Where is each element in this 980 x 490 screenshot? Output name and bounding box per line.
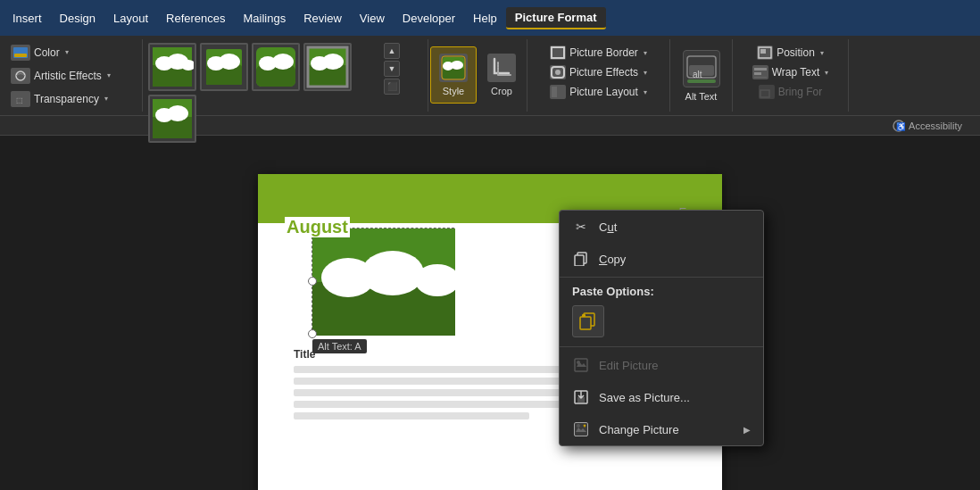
svg-rect-43 (754, 68, 767, 71)
wrap-text-icon (752, 65, 768, 79)
context-menu: ✂ Cut Copy Paste Options: (559, 210, 764, 446)
context-menu-change-picture[interactable]: Change Picture ▶ (560, 413, 763, 445)
svg-rect-40 (687, 79, 716, 83)
context-menu-save-as-picture[interactable]: Save as Picture... (560, 381, 763, 413)
svg-rect-44 (754, 72, 761, 75)
crop-label: Crop (491, 86, 512, 96)
picture-border-button[interactable]: Picture Border ▾ (546, 43, 651, 62)
transparency-button[interactable]: ⬚ Transparency ▾ (7, 89, 135, 109)
style-thumb-4[interactable] (303, 43, 352, 91)
style-scroll-buttons: ▲ ▼ ⬛ (384, 43, 400, 95)
context-menu-copy[interactable]: Copy (560, 243, 763, 275)
svg-rect-35 (552, 87, 557, 97)
artistic-effects-dropdown-arrow: ▾ (107, 71, 111, 79)
copy-icon (572, 250, 590, 268)
svg-point-66 (577, 424, 580, 428)
svg-rect-1 (14, 54, 27, 57)
style-icon (439, 54, 468, 82)
menu-item-help[interactable]: Help (464, 8, 506, 29)
paste-options-header: Paste Options: (560, 279, 763, 302)
color-button[interactable]: Color ▾ (7, 43, 135, 62)
menu-item-insert[interactable]: Insert (4, 8, 51, 29)
style-thumb-3[interactable] (252, 43, 300, 91)
artistic-effects-button[interactable]: Artistic Effects ▾ (7, 66, 135, 86)
svg-point-61 (577, 361, 580, 364)
menu-item-references[interactable]: References (157, 8, 234, 29)
picture-effects-dropdown-arrow: ▾ (644, 69, 647, 77)
svg-rect-45 (754, 77, 767, 78)
menu-item-layout[interactable]: Layout (104, 8, 157, 29)
change-picture-submenu-arrow: ▶ (743, 425, 751, 435)
style-scroll-more[interactable]: ⬛ (384, 79, 400, 95)
selected-picture[interactable]: Alt Text: A (311, 228, 454, 335)
svg-point-21 (322, 54, 344, 70)
position-button[interactable]: Position ▾ (753, 43, 827, 62)
crop-button[interactable]: Crop (478, 46, 525, 104)
ribbon-group-arrange: Position ▾ Wrap Text ▾ Bring For (733, 39, 849, 112)
svg-point-30 (451, 61, 463, 70)
edit-picture-icon (572, 356, 590, 374)
ribbon-toolbar: Color ▾ Artistic Effects ▾ ⬚ (0, 36, 980, 116)
accessibility-bar: ♿ Accessibility (0, 116, 980, 136)
context-menu-cut[interactable]: ✂ Cut (560, 211, 763, 243)
doc-line-5 (294, 412, 529, 419)
menu-item-review[interactable]: Review (295, 8, 351, 29)
svg-rect-59 (582, 314, 586, 317)
svg-point-53 (361, 251, 424, 295)
wrap-text-button[interactable]: Wrap Text ▾ (749, 62, 833, 82)
style-thumb-2[interactable] (200, 43, 248, 91)
paste-option-1[interactable] (572, 305, 604, 337)
ribbon-group-adjust: Color ▾ Artistic Effects ▾ ⬚ (0, 39, 143, 112)
canvas-area: August Alt Text: A Subtitle Tit (0, 156, 980, 490)
svg-rect-32 (552, 47, 564, 58)
picture-effects-icon (550, 65, 566, 79)
menu-item-picture-format[interactable]: Picture Format (506, 7, 606, 29)
svg-text:♿: ♿ (896, 121, 905, 132)
change-picture-icon (572, 420, 590, 438)
style-label: Style (443, 86, 464, 96)
color-dropdown-arrow: ▾ (65, 48, 69, 56)
bring-forward-button[interactable]: Bring For (755, 82, 826, 102)
menu-item-developer[interactable]: Developer (394, 8, 464, 29)
svg-rect-42 (760, 49, 766, 54)
alt-text-overlay: Alt Text: A (312, 339, 367, 353)
menu-item-design[interactable]: Design (51, 8, 104, 29)
alt-text-button[interactable]: alt (683, 50, 720, 87)
svg-text:⬚: ⬚ (16, 96, 23, 104)
picture-styles-thumbnails (148, 43, 380, 143)
style-scroll-down[interactable]: ▼ (384, 61, 400, 77)
svg-rect-58 (580, 317, 591, 329)
save-as-picture-icon (572, 388, 590, 406)
color-icon (11, 45, 30, 61)
ribbon-group-style-crop: Style Crop (428, 39, 527, 112)
svg-rect-56 (575, 255, 584, 266)
picture-border-dropdown-arrow: ▾ (644, 49, 647, 57)
position-icon (757, 46, 773, 60)
svg-rect-36 (559, 87, 564, 97)
resize-handle-ml[interactable] (308, 277, 317, 286)
menu-item-mailings[interactable]: Mailings (235, 8, 295, 29)
transparency-dropdown-arrow: ▾ (104, 95, 108, 103)
picture-layout-icon (550, 85, 566, 99)
menu-bar: Insert Design Layout References Mailings… (0, 0, 980, 36)
crop-icon (487, 54, 516, 82)
menu-item-view[interactable]: View (351, 8, 394, 29)
accessibility-button[interactable]: ♿ Accessibility (893, 120, 962, 132)
position-dropdown-arrow: ▾ (820, 49, 824, 57)
resize-handle-bl[interactable] (308, 329, 317, 338)
bring-forward-icon (759, 85, 775, 99)
paste-options-group (560, 302, 763, 345)
style-thumb-1[interactable] (148, 43, 196, 91)
style-scroll-up[interactable]: ▲ (384, 43, 400, 59)
cut-icon: ✂ (572, 218, 590, 236)
picture-layout-dropdown-arrow: ▾ (644, 88, 647, 96)
svg-text:alt: alt (693, 70, 702, 79)
ribbon-group-alt-text: alt Alt Text (670, 39, 733, 112)
picture-layout-button[interactable]: Picture Layout ▾ (546, 82, 651, 102)
svg-point-17 (272, 54, 294, 70)
style-thumb-5[interactable] (148, 95, 196, 143)
svg-point-34 (555, 70, 561, 75)
ribbon-group-picture-styles: ▲ ▼ ⬛ (143, 39, 428, 112)
style-button[interactable]: Style (430, 46, 477, 104)
picture-effects-button[interactable]: Picture Effects ▾ (546, 62, 651, 82)
